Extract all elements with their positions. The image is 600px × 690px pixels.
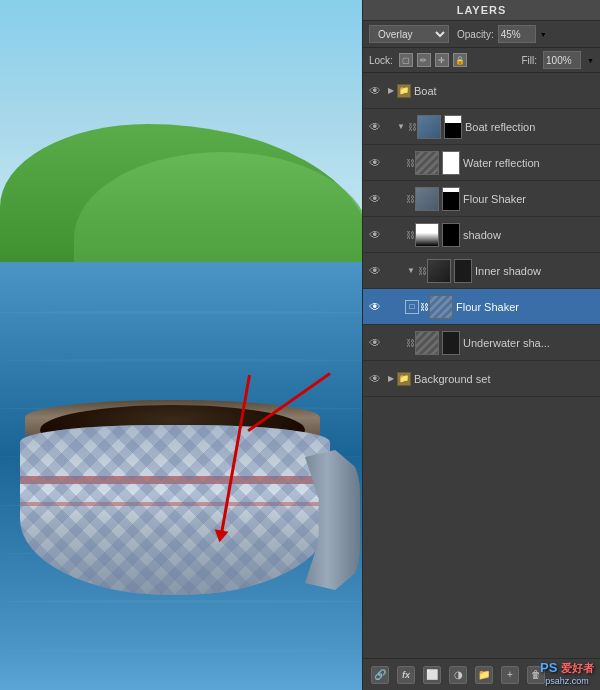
chain-icon-underwater: ⛓ — [405, 335, 415, 351]
link-icon[interactable]: 🔗 — [371, 666, 389, 684]
visibility-icon-inner-shadow[interactable]: 👁 — [367, 263, 383, 279]
layer-name-boat-reflection: Boat reflection — [465, 121, 596, 133]
watermark: PS 爱好者 psahz.com — [540, 658, 594, 686]
layer-name-flour-shaker-1: Flour Shaker — [463, 193, 596, 205]
thumb-water-reflection — [415, 151, 439, 175]
thumb-shadow — [415, 223, 439, 247]
mask-icon[interactable]: ⬜ — [423, 666, 441, 684]
watermark-text: 爱好者 — [561, 662, 594, 674]
expand-icon-background-set[interactable]: ▶ — [385, 373, 397, 385]
lock-icons-group: ▢ ✏ ✛ 🔒 — [399, 53, 467, 67]
opacity-arrow-icon: ▼ — [540, 31, 547, 38]
layer-name-water-reflection: Water reflection — [463, 157, 596, 169]
layer-name-flour-shaker-2: Flour Shaker — [456, 301, 596, 313]
chain-icon-shadow: ⛓ — [405, 227, 415, 243]
visibility-icon-shadow[interactable]: 👁 — [367, 227, 383, 243]
layer-name-background-set: Background set — [414, 373, 596, 385]
visibility-icon-boat[interactable]: 👁 — [367, 83, 383, 99]
collapse-icon-boat-reflection[interactable]: ▼ — [395, 121, 407, 133]
mask-boat-reflection — [444, 115, 462, 139]
watermark-url: psahz.com — [540, 676, 594, 686]
chain-icon-water-reflection: ⛓ — [405, 155, 415, 171]
flour-shaker-object — [20, 350, 360, 630]
lock-image-icon[interactable]: ✏ — [417, 53, 431, 67]
thumb-underwater — [415, 331, 439, 355]
layer-name-shadow: shadow — [463, 229, 596, 241]
visibility-icon-underwater[interactable]: 👁 — [367, 335, 383, 351]
thumb-boat-reflection — [417, 115, 441, 139]
lock-fill-row: Lock: ▢ ✏ ✛ 🔒 Fill: ▼ — [363, 48, 600, 73]
visibility-icon-background-set[interactable]: 👁 — [367, 371, 383, 387]
chain-icon-boat-reflection: ⛓ — [407, 119, 417, 135]
collapse-icon-boat[interactable]: ▶ — [385, 85, 397, 97]
layer-row-inner-shadow[interactable]: 👁 ▼ ⛓ Inner shadow — [363, 253, 600, 289]
folder-icon-boat: 📁 — [397, 84, 411, 98]
layer-type-icon-flour-shaker-2: □ — [405, 300, 419, 314]
layer-row-underwater[interactable]: 👁 ⛓ Underwater sha... — [363, 325, 600, 361]
blend-mode-select[interactable]: Overlay Normal Multiply Screen — [369, 25, 449, 43]
visibility-icon-water-reflection[interactable]: 👁 — [367, 155, 383, 171]
new-layer-icon[interactable]: + — [501, 666, 519, 684]
layer-row-boat-reflection[interactable]: 👁 ▼ ⛓ Boat reflection — [363, 109, 600, 145]
mask-flour-shaker-1 — [442, 187, 460, 211]
fill-arrow-icon: ▼ — [587, 57, 594, 64]
thumb-inner-shadow — [427, 259, 451, 283]
layers-panel: LAYERS Overlay Normal Multiply Screen Op… — [362, 0, 600, 690]
layer-row-shadow[interactable]: 👁 ⛓ shadow — [363, 217, 600, 253]
lock-all-icon[interactable]: 🔒 — [453, 53, 467, 67]
layer-name-boat: Boat — [414, 85, 596, 97]
layer-row-boat[interactable]: 👁 ▶ 📁 Boat — [363, 73, 600, 109]
mask-inner-shadow — [454, 259, 472, 283]
layer-row-water-reflection[interactable]: 👁 ⛓ Water reflection — [363, 145, 600, 181]
layer-name-inner-shadow: Inner shadow — [475, 265, 596, 277]
visibility-icon-flour-shaker-2[interactable]: 👁 — [367, 299, 383, 315]
chain-icon-flour-shaker-1: ⛓ — [405, 191, 415, 207]
layer-row-background-set[interactable]: 👁 ▶ 📁 Background set — [363, 361, 600, 397]
fx-icon[interactable]: fx — [397, 666, 415, 684]
opacity-input[interactable] — [498, 25, 536, 43]
chain-icon-flour-shaker-2: ⛓ — [419, 299, 429, 315]
thumb-flour-shaker-1 — [415, 187, 439, 211]
blend-opacity-row: Overlay Normal Multiply Screen Opacity: … — [363, 21, 600, 48]
visibility-icon-flour-shaker-1[interactable]: 👁 — [367, 191, 383, 207]
thumb-flour-shaker-2 — [429, 295, 453, 319]
lock-label: Lock: — [369, 55, 393, 66]
layers-panel-title: LAYERS — [363, 0, 600, 21]
layers-list: 👁 ▶ 📁 Boat 👁 ▼ ⛓ Boat reflection 👁 ⛓ Wat… — [363, 73, 600, 658]
folder-icon-background-set: 📁 — [397, 372, 411, 386]
mask-shadow — [442, 223, 460, 247]
watermark-ps: PS — [540, 660, 561, 675]
opacity-label: Opacity: — [457, 29, 494, 40]
chain-icon-inner-shadow: ⛓ — [417, 263, 427, 279]
visibility-icon-boat-reflection[interactable]: 👁 — [367, 119, 383, 135]
layer-row-flour-shaker-1[interactable]: 👁 ⛓ Flour Shaker — [363, 181, 600, 217]
layer-row-flour-shaker-2[interactable]: 👁 □ ⛓ Flour Shaker — [363, 289, 600, 325]
folder-new-icon[interactable]: 📁 — [475, 666, 493, 684]
fill-input[interactable] — [543, 51, 581, 69]
mask-water-reflection — [442, 151, 460, 175]
lock-transparent-icon[interactable]: ▢ — [399, 53, 413, 67]
lock-position-icon[interactable]: ✛ — [435, 53, 449, 67]
collapse-icon-inner-shadow[interactable]: ▼ — [405, 265, 417, 277]
layer-name-underwater: Underwater sha... — [463, 337, 596, 349]
mask-underwater — [442, 331, 460, 355]
adjustment-icon[interactable]: ◑ — [449, 666, 467, 684]
fill-label: Fill: — [522, 55, 538, 66]
